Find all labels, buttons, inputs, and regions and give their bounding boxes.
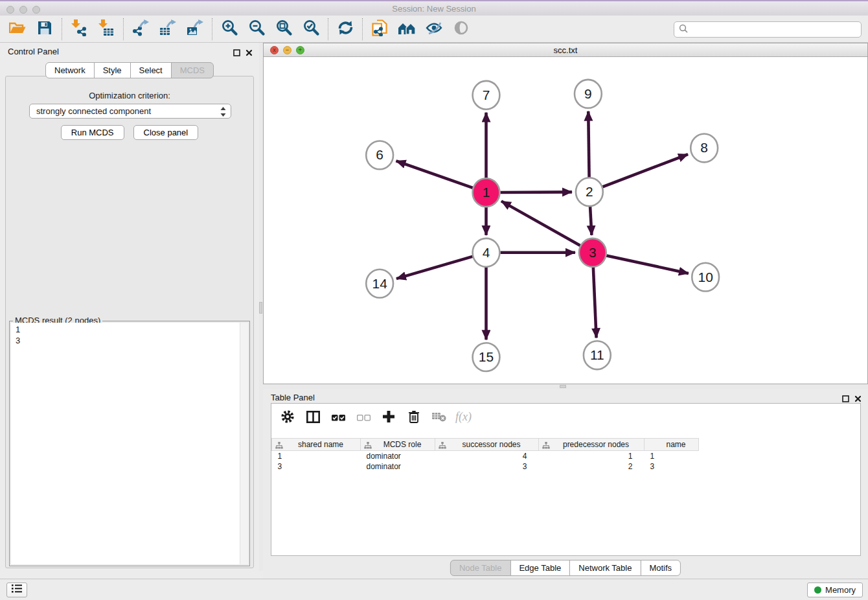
open-session-button[interactable] [4,17,31,41]
table-cell[interactable]: 3 [272,461,361,472]
refresh-button[interactable] [332,17,359,41]
table-toolbar: f(x) [271,404,860,431]
column-label: predecessor nodes [563,440,629,449]
add-column-icon [382,410,395,426]
table-cell[interactable]: 4 [435,451,539,461]
export-table-button[interactable] [154,17,181,41]
graph-node-9[interactable]: 9 [575,80,602,108]
graph-edge-2-3[interactable] [590,206,591,235]
export-image-button[interactable] [181,17,209,41]
table-cell[interactable]: dominator [361,461,435,472]
run-mcds-button[interactable]: Run MCDS [61,125,124,140]
graph-node-14[interactable]: 14 [366,270,393,298]
table-cell[interactable]: 1 [272,451,361,461]
horizontal-splitter-grip[interactable] [560,385,566,388]
table-cell[interactable]: 3 [435,461,539,472]
graph-node-11[interactable]: 11 [584,341,611,369]
task-history-button[interactable] [6,583,27,597]
zoom-in-button[interactable] [216,17,243,41]
network-view-window: x − + scc.txt 7968124314101511 [263,43,868,384]
graph-edge-1-6[interactable] [396,161,473,188]
table-header-row: shared nameMCDS rolesuccessor nodesprede… [272,439,699,451]
graph-node-4[interactable]: 4 [473,238,500,267]
home-button[interactable] [393,17,420,41]
graph-edge-3-10[interactable] [606,255,689,273]
split-panel-button[interactable] [305,411,321,425]
svg-text:1: 1 [483,185,490,200]
close-panel-button[interactable]: Close panel [133,125,199,140]
refresh-icon [337,20,354,38]
select-all-rows-button[interactable] [330,411,346,425]
table-cell[interactable]: 3 [645,461,699,472]
column-header-successor-nodes[interactable]: successor nodes [435,439,539,451]
graph-node-3[interactable]: 3 [579,238,606,267]
graph-node-6[interactable]: 6 [366,141,393,169]
save-session-button[interactable] [31,17,58,41]
export-network-button[interactable] [127,17,154,41]
graph-node-1[interactable]: 1 [473,178,500,207]
network-window-title: scc.txt [264,45,867,55]
vertical-splitter-grip[interactable] [259,302,262,314]
table-row[interactable]: 1dominator411 [272,451,699,461]
import-table-button[interactable] [93,17,120,41]
split-panel-icon [306,411,320,426]
zoom-out-button[interactable] [243,17,270,41]
tab-node-table[interactable]: Node Table [450,560,511,576]
toggle-bird-view-icon [454,21,468,38]
column-tree-icon [275,442,283,451]
graph-node-8[interactable]: 8 [691,134,718,163]
mcds-result-node: 1 [16,324,248,335]
graph-edge-3-11[interactable] [593,267,597,338]
network-canvas[interactable]: 7968124314101511 [264,57,867,384]
horizontal-splitter[interactable] [263,384,868,389]
memory-button[interactable]: Memory [807,583,863,597]
criterion-dropdown[interactable]: strongly connected component [29,104,231,119]
search-box[interactable] [674,21,862,38]
table-settings-button[interactable] [280,411,295,425]
add-column-button[interactable] [381,411,396,425]
svg-text:3: 3 [589,245,597,260]
main-toolbar [0,16,868,43]
tab-network[interactable]: Network [45,62,95,78]
graph-edge-3-1[interactable] [501,201,580,246]
table-cell[interactable]: 2 [539,461,645,472]
table-cell[interactable]: 1 [539,451,645,461]
graph-edge-4-14[interactable] [396,257,472,279]
table-cell[interactable]: 1 [645,451,699,461]
column-label: name [666,440,685,449]
column-header-name[interactable]: name [645,439,699,451]
svg-text:11: 11 [590,347,604,362]
zoom-selected-button[interactable] [297,17,325,41]
graph-edge-2-9[interactable] [588,111,589,178]
tab-mcds[interactable]: MCDS [171,62,214,78]
column-header-shared-name[interactable]: shared name [272,439,361,451]
toggle-graphics-details-button[interactable] [420,17,448,41]
zoom-fit-button[interactable] [270,17,297,41]
tab-style[interactable]: Style [94,62,131,78]
search-input[interactable] [691,24,861,35]
toggle-bird-view-button[interactable] [448,17,475,41]
table-row[interactable]: 3dominator323 [272,461,699,472]
tab-motifs[interactable]: Motifs [640,560,681,576]
delete-columns-button[interactable] [406,411,422,425]
deselect-all-rows-button[interactable] [356,411,371,425]
window-title: Session: New Session [0,4,868,14]
graph-edge-2-8[interactable] [602,154,688,187]
graph-node-7[interactable]: 7 [473,81,500,110]
control-panel-close-icon[interactable] [246,47,253,59]
tab-select[interactable]: Select [130,62,172,78]
table-cell[interactable]: dominator [361,451,435,461]
graph-edge-1-2[interactable] [500,192,572,192]
result-scrollbar[interactable] [240,323,248,564]
column-header-predecessor-nodes[interactable]: predecessor nodes [539,439,645,451]
duplicate-network-button[interactable] [366,17,393,41]
tab-network-table[interactable]: Network Table [569,560,641,576]
column-header-MCDS-role[interactable]: MCDS role [361,439,435,451]
graph-node-2[interactable]: 2 [576,178,603,206]
import-network-button[interactable] [65,17,93,41]
graph-node-15[interactable]: 15 [473,343,500,371]
tab-edge-table[interactable]: Edge Table [510,560,570,576]
column-label: shared name [298,440,343,449]
control-panel-float-icon[interactable] [233,47,240,59]
graph-node-10[interactable]: 10 [692,263,719,292]
